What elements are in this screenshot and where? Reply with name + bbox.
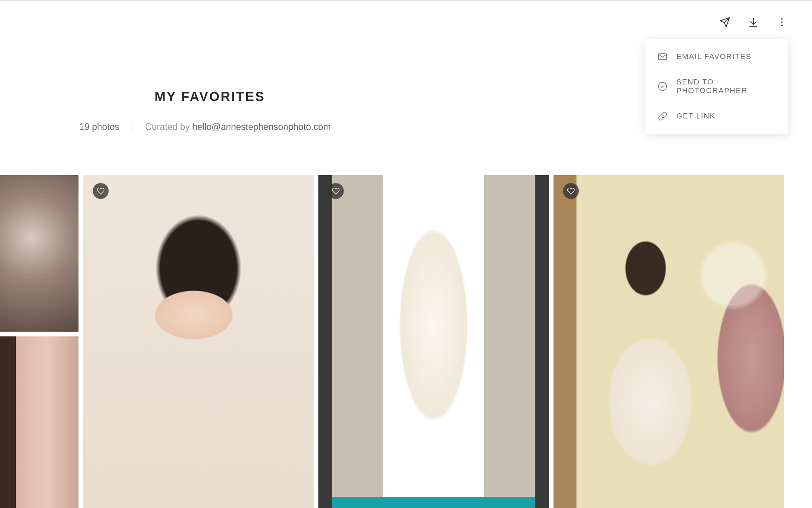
send-to-photographer-item[interactable]: SEND TO PHOTOGRAPHER xyxy=(645,70,788,103)
envelope-icon xyxy=(657,52,668,62)
dropdown-item-label: EMAIL FAVORITES xyxy=(676,52,751,61)
link-icon xyxy=(657,111,668,121)
svg-point-2 xyxy=(781,25,783,26)
get-link-item[interactable]: GET LINK xyxy=(645,103,788,129)
curated-label: Curated by xyxy=(145,122,192,132)
svg-point-0 xyxy=(781,18,783,20)
download-button[interactable] xyxy=(747,16,760,29)
gallery-left-column xyxy=(0,175,79,508)
meta-row: 19 photos Curated by hello@annestephenso… xyxy=(79,121,331,133)
meta-divider xyxy=(132,121,132,133)
photo-count: 19 photos xyxy=(79,122,119,132)
svg-point-4 xyxy=(659,82,667,91)
curated-email: hello@annestephensonphoto.com xyxy=(192,122,331,132)
photo-thumbnail[interactable] xyxy=(83,175,314,508)
photo-thumbnail[interactable] xyxy=(553,175,784,508)
top-border xyxy=(0,0,812,1)
heart-icon xyxy=(332,187,340,195)
favorite-toggle[interactable] xyxy=(328,183,344,199)
more-options-button[interactable] xyxy=(776,16,788,29)
photo-thumbnail[interactable] xyxy=(318,175,549,508)
svg-point-1 xyxy=(781,21,783,23)
dropdown-item-label: SEND TO PHOTOGRAPHER xyxy=(676,78,776,95)
favorite-toggle[interactable] xyxy=(563,183,579,199)
email-favorites-item[interactable]: EMAIL FAVORITES xyxy=(645,44,788,70)
download-icon xyxy=(748,17,759,28)
photo-thumbnail[interactable] xyxy=(0,336,79,508)
photo-thumbnail[interactable] xyxy=(0,175,79,332)
heart-icon xyxy=(567,187,575,195)
share-dropdown-menu: EMAIL FAVORITES SEND TO PHOTOGRAPHER GET… xyxy=(645,39,788,134)
check-circle-icon xyxy=(657,81,668,92)
gallery-header: MY FAVORITES 19 photos Curated by hello@… xyxy=(79,89,331,133)
dropdown-item-label: GET LINK xyxy=(676,112,715,120)
favorite-toggle[interactable] xyxy=(93,183,109,199)
page-title: MY FAVORITES xyxy=(155,89,331,104)
top-toolbar xyxy=(718,16,788,29)
svg-rect-3 xyxy=(659,53,667,59)
share-button[interactable] xyxy=(718,16,731,29)
heart-icon xyxy=(97,187,105,195)
photo-gallery xyxy=(0,175,812,508)
curated-by: Curated by hello@annestephensonphoto.com xyxy=(145,122,331,132)
more-vertical-icon xyxy=(776,17,787,28)
paper-plane-icon xyxy=(719,17,730,28)
